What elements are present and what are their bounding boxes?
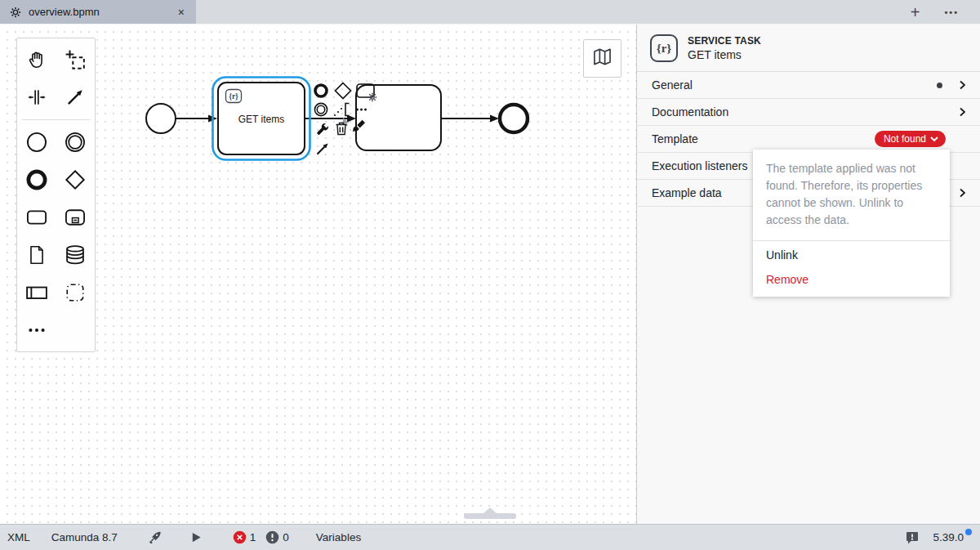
change-type-wrench-icon[interactable]: [317, 123, 328, 135]
append-intermediate-event-icon[interactable]: [314, 103, 327, 115]
chevron-right-icon: [956, 105, 969, 118]
problems-indicator[interactable]: 1 0: [222, 530, 300, 544]
unlink-menu-item[interactable]: Unlink: [753, 241, 950, 269]
map-icon: [591, 46, 613, 71]
end-event[interactable]: [500, 105, 528, 132]
template-dropdown-menu: The template applied was not found. Ther…: [753, 150, 950, 297]
general-changes-dot-icon: [937, 83, 942, 88]
service-task-badge-icon: {r}: [650, 34, 678, 62]
tabbar-actions: + •••: [911, 0, 980, 24]
status-bar: XML Camunda 8.7 1: [0, 524, 980, 550]
bpmn-canvas[interactable]: {r} GET items: [0, 25, 637, 524]
tab-close-icon[interactable]: ×: [175, 5, 188, 20]
group-general[interactable]: General: [637, 72, 980, 99]
gear-icon: [10, 7, 21, 18]
variables-toggle[interactable]: Variables: [300, 531, 372, 543]
error-icon: [233, 530, 247, 544]
element-type-label: SERVICE TASK: [688, 35, 761, 47]
more-tools-icon[interactable]: [356, 109, 367, 111]
sequence-flow-1[interactable]: [176, 114, 217, 122]
delete-trash-icon[interactable]: [336, 123, 347, 135]
template-not-found-message: The template applied was not found. Ther…: [753, 150, 950, 239]
task-label: GET items: [238, 114, 284, 125]
sequence-flow-3[interactable]: [441, 114, 499, 122]
append-end-event-icon[interactable]: [315, 85, 327, 96]
update-available-dot-icon: [965, 529, 972, 535]
chevron-right-icon: [956, 78, 969, 92]
properties-header: {r} SERVICE TASK GET items: [637, 25, 980, 72]
warning-count: 0: [283, 531, 289, 543]
remove-menu-item[interactable]: Remove: [753, 269, 950, 297]
tab-overview-bpmn[interactable]: overview.bpmn ×: [0, 0, 196, 24]
connect-tool-icon[interactable]: [318, 144, 328, 154]
tab-title: overview.bpmn: [29, 6, 100, 18]
deploy-button[interactable]: [137, 530, 180, 544]
properties-panel: {r} SERVICE TASK GET items General Docum…: [637, 25, 980, 524]
app-version[interactable]: 5.39.0: [933, 531, 970, 543]
error-count: 1: [250, 531, 256, 543]
append-gateway-icon[interactable]: [336, 83, 351, 99]
append-text-annotation-icon[interactable]: [334, 104, 350, 117]
service-task-get-items[interactable]: {r} GET items: [218, 83, 305, 154]
start-event[interactable]: [146, 104, 176, 133]
chevron-right-icon: [956, 186, 969, 199]
tab-bar: overview.bpmn × + •••: [0, 0, 980, 25]
xml-toggle[interactable]: XML: [0, 531, 41, 543]
element-name-label: GET items: [688, 48, 761, 61]
task-2[interactable]: [356, 85, 441, 150]
connector-badge-label: {r}: [229, 92, 238, 101]
new-tab-button[interactable]: +: [911, 4, 920, 20]
template-not-found-badge[interactable]: Not found: [875, 131, 946, 147]
chevron-down-icon: [930, 133, 938, 145]
tab-overflow-menu-icon[interactable]: •••: [944, 7, 959, 17]
engine-version-selector[interactable]: Camunda 8.7: [41, 531, 137, 543]
minimap-toggle-button[interactable]: [583, 39, 621, 78]
main-area: {r} GET items: [0, 25, 980, 524]
bpmn-diagram: {r} GET items: [0, 25, 636, 524]
bottom-panel-handle[interactable]: [464, 513, 516, 519]
rocket-icon: [148, 530, 162, 544]
play-icon: [190, 531, 203, 543]
warning-icon: [265, 530, 279, 544]
start-instance-button[interactable]: [180, 531, 222, 543]
report-issue-icon[interactable]: [905, 530, 920, 545]
group-documentation[interactable]: Documentation: [637, 99, 980, 126]
